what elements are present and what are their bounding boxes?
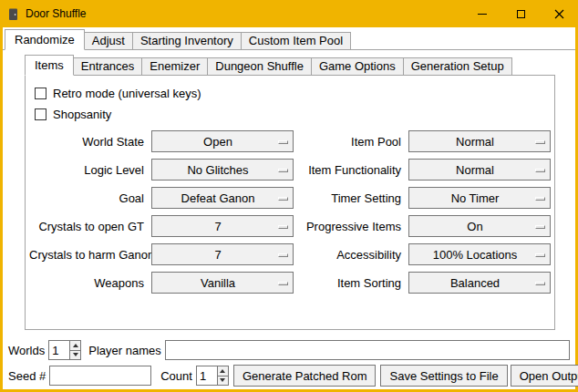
spin-down-button[interactable] <box>70 351 80 360</box>
window-title: Door Shuffle <box>26 7 87 20</box>
world-state-label: World State <box>29 135 144 149</box>
randomize-panel: Items Entrances Enemizer Dungeon Shuffle… <box>3 49 575 389</box>
dropdown-indicator-icon <box>535 225 545 229</box>
spinner-arrows <box>217 366 228 385</box>
spin-up-button[interactable] <box>218 366 228 377</box>
crystals-harm-ganon-label: Crystals to harm Ganon <box>29 248 144 262</box>
logic-level-label: Logic Level <box>29 163 144 177</box>
accessibility-label: Accessibility <box>301 248 401 262</box>
checkbox-icon <box>35 88 46 99</box>
player-names-label: Player names <box>88 344 160 357</box>
timer-setting-label: Timer Setting <box>301 191 401 205</box>
arrow-down-icon <box>73 353 78 356</box>
arrow-down-icon <box>220 378 225 382</box>
titlebar[interactable]: Door Shuffle <box>0 0 578 27</box>
tab-items[interactable]: Items <box>25 55 74 76</box>
tab-entrances[interactable]: Entrances <box>73 57 143 76</box>
item-pool-label: Item Pool <box>301 135 401 149</box>
window-controls <box>463 0 578 27</box>
spin-down-button[interactable] <box>218 377 228 386</box>
client-area: Randomize Adjust Starting Inventory Cust… <box>3 27 575 389</box>
arrow-up-icon <box>220 369 225 373</box>
item-pool-dropdown[interactable]: Normal <box>408 130 551 152</box>
settings-notebook: Items Entrances Enemizer Dungeon Shuffle… <box>25 53 555 330</box>
dropdown-indicator-icon <box>535 197 545 201</box>
generate-rom-button[interactable]: Generate Patched Rom <box>233 365 377 387</box>
app-icon <box>6 7 20 21</box>
shopsanity-checkbox[interactable]: Shopsanity <box>26 104 554 125</box>
close-button[interactable] <box>540 0 578 27</box>
goal-dropdown[interactable]: Defeat Ganon <box>151 187 294 209</box>
worlds-spinner[interactable]: 1 <box>48 340 81 360</box>
items-panel: Retro mode (universal keys) Shopsanity W… <box>25 75 555 330</box>
crystals-open-gt-label: Crystals to open GT <box>29 220 144 233</box>
minimize-icon <box>478 14 487 15</box>
timer-setting-dropdown[interactable]: No Timer <box>408 187 551 209</box>
tab-dungeon-shuffle[interactable]: Dungeon Shuffle <box>207 57 312 76</box>
logic-level-dropdown[interactable]: No Glitches <box>151 159 294 181</box>
dropdown-indicator-icon <box>535 140 545 144</box>
weapons-label: Weapons <box>29 276 144 290</box>
dropdown-indicator-icon <box>278 197 288 201</box>
maximize-icon <box>517 10 525 18</box>
seed-row: Seed # Count 1 Generate Patched Rom Save… <box>8 365 570 387</box>
close-icon <box>554 9 564 19</box>
spin-up-button[interactable] <box>70 341 80 351</box>
tab-randomize[interactable]: Randomize <box>5 29 85 50</box>
crystals-harm-ganon-dropdown[interactable]: 7 <box>151 243 294 265</box>
world-state-dropdown[interactable]: Open <box>151 130 294 152</box>
door-shuffle-window: Door Shuffle Randomize Adjust Starting I… <box>0 0 578 392</box>
dropdown-indicator-icon <box>278 140 288 144</box>
spinner-arrows <box>69 341 80 359</box>
count-value[interactable]: 1 <box>197 366 217 385</box>
progressive-items-dropdown[interactable]: On <box>408 215 551 237</box>
dropdown-indicator-icon <box>535 169 545 172</box>
dropdown-indicator-icon <box>278 253 288 257</box>
bottom-controls: Worlds 1 Player names Seed # Count <box>8 335 570 387</box>
worlds-value[interactable]: 1 <box>49 341 69 359</box>
maximize-button[interactable] <box>501 0 540 27</box>
tab-generation-setup[interactable]: Generation Setup <box>403 57 512 76</box>
dropdown-indicator-icon <box>278 282 288 285</box>
worlds-row: Worlds 1 Player names <box>8 340 570 360</box>
tab-adjust[interactable]: Adjust <box>84 32 133 50</box>
minimize-button[interactable] <box>463 0 501 27</box>
item-functionality-label: Item Functionality <box>301 163 401 177</box>
item-sorting-dropdown[interactable]: Balanced <box>408 272 551 294</box>
seed-label: Seed # <box>8 369 46 383</box>
dropdown-indicator-icon <box>535 282 545 285</box>
item-sorting-label: Item Sorting <box>301 276 401 290</box>
settings-grid: World State Open Item Pool Normal Logic … <box>29 130 554 294</box>
tab-custom-item-pool[interactable]: Custom Item Pool <box>241 32 351 50</box>
tab-starting-inventory[interactable]: Starting Inventory <box>132 32 242 50</box>
player-names-input[interactable] <box>165 340 570 360</box>
arrow-up-icon <box>73 344 78 347</box>
dropdown-indicator-icon <box>278 225 288 229</box>
settings-tab-bar: Items Entrances Enemizer Dungeon Shuffle… <box>25 53 555 75</box>
dropdown-indicator-icon <box>535 253 545 257</box>
save-settings-button[interactable]: Save Settings to File <box>380 365 507 387</box>
goal-label: Goal <box>29 191 144 205</box>
accessibility-dropdown[interactable]: 100% Locations <box>408 243 551 265</box>
count-label: Count <box>160 369 192 383</box>
retro-mode-label: Retro mode (universal keys) <box>53 87 201 100</box>
worlds-label: Worlds <box>8 344 45 357</box>
tab-enemizer[interactable]: Enemizer <box>141 57 208 76</box>
count-spinner[interactable]: 1 <box>196 366 229 386</box>
progressive-items-label: Progressive Items <box>301 220 401 233</box>
checkbox-icon <box>35 108 46 120</box>
seed-input[interactable] <box>49 366 151 386</box>
tab-game-options[interactable]: Game Options <box>311 57 404 76</box>
retro-mode-checkbox[interactable]: Retro mode (universal keys) <box>26 83 554 104</box>
crystals-open-gt-dropdown[interactable]: 7 <box>151 215 294 237</box>
weapons-dropdown[interactable]: Vanilla <box>151 272 294 294</box>
open-output-button[interactable]: Open Output Directory <box>511 365 578 387</box>
shopsanity-label: Shopsanity <box>53 108 111 121</box>
dropdown-indicator-icon <box>278 169 288 172</box>
item-functionality-dropdown[interactable]: Normal <box>408 159 551 181</box>
main-tab-bar: Randomize Adjust Starting Inventory Cust… <box>3 27 575 49</box>
